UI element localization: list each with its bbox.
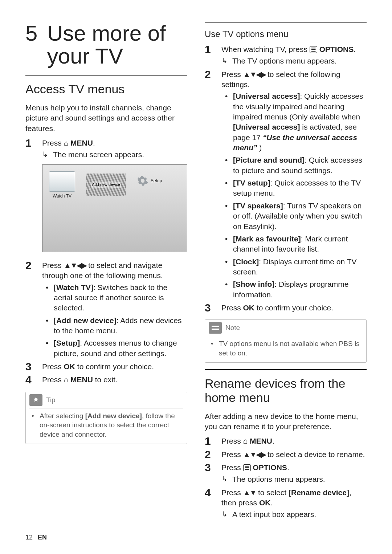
section-divider: [205, 369, 367, 370]
tip-body: After selecting [Add new device], follow…: [32, 411, 181, 439]
tip-head: Tip: [26, 392, 187, 408]
rename-step-3: Press ☰ OPTIONS. The options menu appear…: [205, 463, 367, 485]
nav-arrows-icon: ▲▼◀▶: [243, 450, 266, 459]
tv-item-add: Add new device: [86, 174, 126, 196]
note-text: TV options menu is not available when PB…: [211, 339, 360, 358]
rename-step-2: Press ▲▼◀▶ to select a device to rename.: [205, 449, 367, 460]
access-opt-setup: [Setup]: Accesses menus to change pictur…: [46, 338, 187, 359]
chapter-number: 5: [25, 22, 47, 45]
menu-button-label: MENU: [248, 437, 272, 445]
step-text: Press ⌂ MENU.: [42, 139, 95, 147]
access-opt-add-device: [Add new device]: Adds new devices to th…: [46, 315, 187, 336]
note-badge-icon: [209, 322, 222, 334]
options-button-label: OPTIONS: [317, 45, 354, 53]
rename-intro: After adding a new device to the home me…: [205, 411, 367, 432]
menu-screenshot: Watch TV Add new device Setup: [42, 164, 187, 252]
watch-tv-thumb: [49, 171, 75, 192]
home-icon: ⌂: [64, 375, 69, 385]
tip-label: Tip: [46, 396, 56, 404]
opt-mark-favourite: [Mark as favourite]: Mark current channe…: [225, 234, 367, 254]
note-body: TV options menu is not available when PB…: [211, 339, 360, 358]
options-step-3: Press OK to confirm your choice.: [205, 303, 367, 313]
options-button-label: OPTIONS: [251, 463, 287, 472]
options-icon: ☰: [243, 464, 251, 471]
section-divider: [205, 22, 367, 23]
access-intro: Menus help you to install channels, chan…: [25, 103, 187, 134]
tip-callout: Tip After selecting [Add new device], fo…: [25, 392, 187, 444]
svg-rect-0: [212, 326, 219, 327]
ok-button-label: OK: [243, 304, 255, 312]
ok-button-label: OK: [64, 362, 75, 371]
watch-tv-label: Watch TV: [49, 193, 75, 199]
left-column: 5Use more of your TV Access TV menus Men…: [25, 22, 187, 523]
tv-item-watch: Watch TV: [49, 171, 75, 199]
step-text: Press ▲▼◀▶ to select the following setti…: [221, 70, 340, 89]
rename-steps: Press ⌂ MENU. Press ▲▼◀▶ to select a dev…: [205, 436, 367, 520]
opt-show-info: [Show info]: Displays programme informat…: [225, 279, 367, 300]
opt-tv-speakers: [TV speakers]: Turns TV speakers on or o…: [225, 201, 367, 232]
chapter-title-line2: your TV: [25, 45, 187, 68]
step-result: The options menu appears.: [221, 474, 367, 484]
options-step-2: Press ▲▼◀▶ to select the following setti…: [205, 69, 367, 300]
page-number: 12: [25, 534, 33, 541]
access-opt-watch-tv: [Watch TV]: Switches back to the aerial …: [46, 282, 187, 313]
opt-tv-setup: [TV setup]: Quick accesses to the TV set…: [225, 178, 367, 199]
step-result: A text input box appears.: [221, 509, 367, 520]
note-label: Note: [225, 324, 240, 332]
add-device-label: Add new device: [91, 182, 121, 188]
svg-rect-1: [212, 329, 219, 330]
nav-arrows2-icon: ▲▼: [243, 488, 256, 497]
nav-arrows-icon: ▲▼◀▶: [64, 261, 86, 269]
step-result: The TV options menu appears.: [221, 56, 367, 66]
page-language: EN: [38, 534, 47, 541]
nav-arrows-icon: ▲▼◀▶: [243, 70, 266, 78]
access-step-4: Press ⌂ MENU to exit.: [25, 375, 187, 385]
access-step-2: Press ▲▼◀▶ to select and navigate throug…: [25, 260, 187, 359]
ok-button-label: OK: [259, 498, 271, 507]
section-divider: [25, 75, 187, 76]
manual-page: 5Use more of your TV Access TV menus Men…: [0, 0, 392, 554]
right-column: Use TV options menu When watching TV, pr…: [205, 22, 367, 523]
rename-step-1: Press ⌂ MENU.: [205, 436, 367, 446]
gear-icon: [137, 175, 148, 187]
page-footer: 12 EN: [25, 534, 367, 541]
menu-button-label: MENU: [68, 139, 93, 147]
tip-badge-icon: [29, 394, 42, 406]
step-text: Press ▲▼◀▶ to select and navigate throug…: [42, 261, 163, 280]
options-list: [Universal access]: Quickly accesses the…: [225, 91, 367, 300]
access-steps: Press ⌂ MENU. The menu screen appears. W…: [25, 138, 187, 385]
home-icon: ⌂: [64, 138, 69, 148]
rename-step-4: Press ▲▼ to select [Rename device], then…: [205, 488, 367, 520]
chapter-heading: 5Use more of your TV: [25, 22, 187, 68]
section-rename-devices: Rename devices from the home menu: [205, 376, 367, 405]
step-text: When watching TV, press ☰ OPTIONS.: [221, 45, 356, 53]
access-step2-options: [Watch TV]: Switches back to the aerial …: [46, 282, 187, 359]
opt-clock: [Clock]: Displays current time on TV scr…: [225, 257, 367, 277]
step-result: The menu screen appears.: [42, 150, 187, 160]
options-steps: When watching TV, press ☰ OPTIONS. The T…: [205, 44, 367, 313]
access-step-3: Press OK to confirm your choice.: [25, 362, 187, 372]
subsection-tv-options: Use TV options menu: [205, 29, 367, 39]
home-icon: ⌂: [243, 436, 248, 446]
note-head: Note: [205, 320, 366, 336]
access-step-1: Press ⌂ MENU. The menu screen appears. W…: [25, 138, 187, 252]
options-icon: ☰: [310, 46, 317, 53]
menu-button-label: MENU: [68, 375, 93, 384]
options-step-1: When watching TV, press ☰ OPTIONS. The T…: [205, 44, 367, 66]
tip-text: After selecting [Add new device], follow…: [32, 411, 181, 439]
chapter-title-line1: Use more of: [47, 21, 166, 45]
two-column-layout: 5Use more of your TV Access TV menus Men…: [25, 22, 367, 523]
tv-item-setup: Setup: [137, 175, 162, 187]
note-callout: Note TV options menu is not available wh…: [205, 319, 367, 362]
setup-label: Setup: [151, 178, 162, 184]
opt-universal-access: [Universal access]: Quickly accesses the…: [225, 91, 367, 153]
opt-picture-sound: [Picture and sound]: Quick accesses to p…: [225, 155, 367, 176]
section-access-tv-menus: Access TV menus: [25, 82, 187, 96]
